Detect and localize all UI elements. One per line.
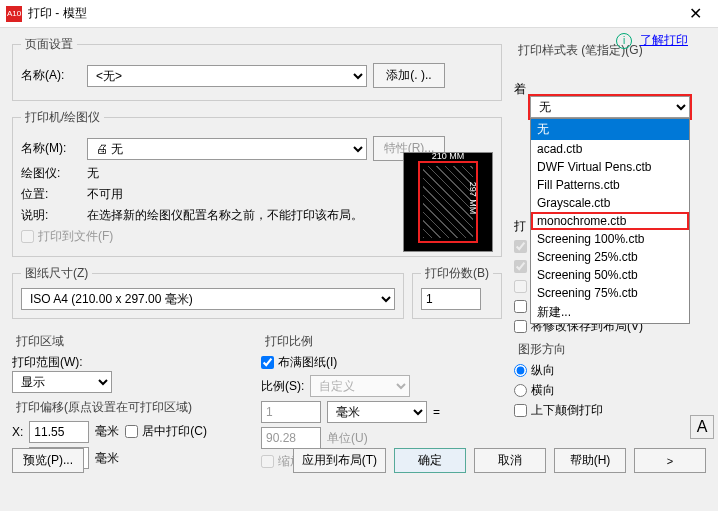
styletable-select[interactable]: 无: [530, 96, 690, 118]
styletable-dropdown[interactable]: 无acad.ctbDWF Virtual Pens.ctbFill Patter…: [530, 118, 690, 324]
printer-legend: 打印机/绘图仪: [21, 109, 104, 126]
scale-legend: 打印比例: [261, 333, 502, 350]
landscape-radio[interactable]: [514, 384, 527, 397]
portrait-radio[interactable]: [514, 364, 527, 377]
print-to-file-checkbox: [21, 230, 34, 243]
info-icon[interactable]: i: [616, 33, 632, 49]
print-options-legend: 打: [514, 219, 526, 233]
plotter-label: 绘图仪:: [21, 165, 81, 182]
scale-den-input: [261, 427, 321, 449]
desc-value: 在选择新的绘图仪配置名称之前，不能打印该布局。: [87, 207, 367, 224]
learn-print-link[interactable]: 了解打印: [640, 32, 688, 49]
print-to-file-label: 打印到文件(F): [38, 228, 113, 245]
app-icon: A10: [6, 6, 22, 22]
save-layout-checkbox[interactable]: [514, 320, 527, 333]
area-legend: 打印区域: [12, 333, 253, 350]
location-value: 不可用: [87, 186, 123, 203]
orientation-legend: 图形方向: [514, 341, 699, 358]
copies-legend: 打印份数(B): [421, 265, 493, 282]
window-title: 打印 - 模型: [28, 5, 87, 22]
ok-button[interactable]: 确定: [394, 448, 466, 473]
plotter-value: 无: [87, 165, 99, 182]
printer-name-label: 名称(M):: [21, 140, 81, 157]
styletable-option[interactable]: 新建...: [531, 302, 689, 323]
paper-size-select[interactable]: ISO A4 (210.00 x 297.00 毫米): [21, 288, 395, 310]
styletable-option[interactable]: Screening 25%.ctb: [531, 248, 689, 266]
range-label: 打印范围(W):: [12, 354, 253, 371]
offset-legend: 打印偏移(原点设置在可打印区域): [12, 399, 253, 416]
styletable-option[interactable]: Screening 75%.ctb: [531, 284, 689, 302]
center-checkbox[interactable]: [125, 425, 138, 438]
page-setup-name-select[interactable]: <无>: [87, 65, 367, 87]
scale-unit-select[interactable]: 毫米: [327, 401, 427, 423]
page-setup-legend: 页面设置: [21, 36, 77, 53]
close-button[interactable]: ✕: [679, 4, 712, 23]
last-paper-checkbox: [514, 260, 527, 273]
styletable-option[interactable]: monochrome.ctb: [531, 212, 689, 230]
styletable-option[interactable]: Screening 50%.ctb: [531, 266, 689, 284]
styletable-option[interactable]: Screening 100%.ctb: [531, 230, 689, 248]
add-button[interactable]: 添加(. )..: [373, 63, 445, 88]
stamp-checkbox[interactable]: [514, 300, 527, 313]
copies-input[interactable]: [421, 288, 481, 310]
styletable-dropdown-container: 无 无acad.ctbDWF Virtual Pens.ctbFill Patt…: [528, 94, 692, 120]
paper-preview: [403, 152, 493, 252]
orientation-icon: A: [690, 415, 714, 439]
cancel-button[interactable]: 取消: [474, 448, 546, 473]
expand-button[interactable]: >: [634, 448, 706, 473]
offset-x-input[interactable]: [29, 421, 89, 443]
styletable-option[interactable]: Fill Patterns.ctb: [531, 176, 689, 194]
location-label: 位置:: [21, 186, 81, 203]
help-button[interactable]: 帮助(H): [554, 448, 626, 473]
apply-button[interactable]: 应用到布局(T): [293, 448, 386, 473]
scale-select: 自定义: [310, 375, 410, 397]
fit-checkbox[interactable]: [261, 356, 274, 369]
styletable-option[interactable]: acad.ctb: [531, 140, 689, 158]
styletable-option[interactable]: Grayscale.ctb: [531, 194, 689, 212]
hide-paper-checkbox: [514, 280, 527, 293]
paper-size-legend: 图纸尺寸(Z): [21, 265, 92, 282]
scale-num-input: [261, 401, 321, 423]
upside-checkbox[interactable]: [514, 404, 527, 417]
style-print-checkbox: [514, 240, 527, 253]
viewport-legend: 着: [514, 82, 526, 96]
preview-button[interactable]: 预览(P)...: [12, 448, 84, 473]
styletable-option[interactable]: 无: [531, 119, 689, 140]
name-label: 名称(A):: [21, 67, 81, 84]
desc-label: 说明:: [21, 207, 81, 224]
range-select[interactable]: 显示: [12, 371, 112, 393]
styletable-option[interactable]: DWF Virtual Pens.ctb: [531, 158, 689, 176]
printer-name-select[interactable]: 🖨 无: [87, 138, 367, 160]
